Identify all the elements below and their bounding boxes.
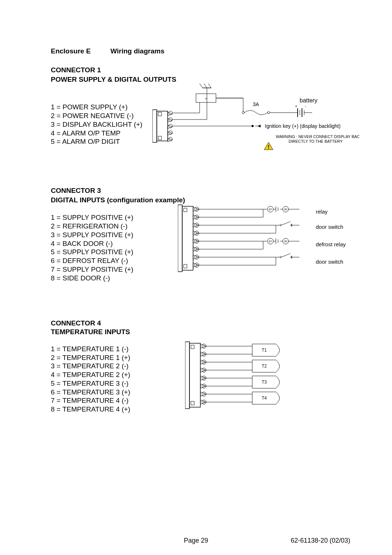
svg-rect-3 bbox=[158, 136, 162, 140]
svg-text:30: 30 bbox=[284, 240, 287, 243]
connector3-title1: CONNECTOR 3 bbox=[51, 186, 352, 195]
battery-icon: + - bbox=[295, 104, 306, 117]
section-connector-1: CONNECTOR 1 POWER SUPPLY & DIGITAL OUTPU… bbox=[51, 65, 352, 146]
svg-line-29 bbox=[208, 84, 211, 88]
svg-rect-0 bbox=[152, 110, 157, 142]
t1-label: T1 bbox=[262, 348, 267, 353]
door-switch-label: door switch bbox=[316, 224, 343, 230]
svg-rect-36 bbox=[184, 208, 187, 212]
svg-text:30: 30 bbox=[284, 208, 287, 211]
connector-pins-icon bbox=[168, 111, 172, 142]
section-connector-4: CONNECTOR 4 TEMPERATURE INPUTS 1 = TEMPE… bbox=[51, 319, 352, 414]
section-title: Wiring diagrams bbox=[110, 47, 164, 55]
svg-point-31 bbox=[252, 125, 254, 127]
warning-line2: DIRECTLY TO THE BATTERY bbox=[289, 139, 343, 143]
door-switch-icon bbox=[280, 254, 292, 259]
svg-rect-37 bbox=[184, 264, 187, 268]
relay-icon: 87 30 bbox=[268, 206, 289, 212]
plus-sign: + bbox=[295, 104, 297, 108]
door-switch-icon bbox=[280, 222, 292, 227]
warning-line1: WARNING : NEVER CONNECT DISPLAY BACKLIGH… bbox=[276, 134, 359, 139]
minus-sign: - bbox=[305, 104, 306, 108]
svg-rect-35 bbox=[182, 206, 193, 270]
svg-line-90 bbox=[281, 254, 290, 257]
page-number: Page 29 bbox=[184, 537, 208, 544]
svg-rect-34 bbox=[178, 205, 182, 272]
svg-rect-97 bbox=[191, 401, 194, 405]
defrost-relay-label: defrost relay bbox=[316, 241, 346, 247]
relay-label: relay bbox=[316, 208, 328, 215]
battery-label: battery bbox=[300, 97, 318, 104]
connector4-title2: TEMPERATURE INPUTS bbox=[51, 328, 352, 336]
heading-row: Enclosure E Wiring diagrams bbox=[51, 47, 352, 55]
connector1-title1: CONNECTOR 1 bbox=[51, 65, 352, 75]
t4-label: T4 bbox=[262, 396, 267, 401]
connector-pins-icon: 1 2 3 4 5 6 7 8 bbox=[200, 344, 206, 404]
connector4-diagram: 1 2 3 4 5 6 7 8 T1 T2 T3 T4 bbox=[185, 340, 309, 415]
svg-text:!: ! bbox=[268, 144, 270, 150]
svg-point-69 bbox=[280, 224, 281, 226]
defrost-relay-icon: 87 30 bbox=[268, 238, 289, 244]
svg-line-70 bbox=[281, 222, 290, 225]
svg-line-27 bbox=[200, 84, 203, 88]
t3-label: T3 bbox=[262, 380, 267, 385]
connector4-title1: CONNECTOR 4 bbox=[51, 319, 352, 328]
svg-point-17 bbox=[268, 112, 270, 114]
fuse-label: 3A bbox=[253, 101, 259, 107]
svg-line-28 bbox=[204, 84, 207, 88]
svg-text:87: 87 bbox=[269, 240, 272, 243]
enclosure-label: Enclosure E bbox=[51, 47, 91, 55]
t2-label: T2 bbox=[262, 364, 267, 369]
doc-id: 62-61138-20 (02/03) bbox=[291, 537, 350, 544]
svg-rect-94 bbox=[185, 342, 189, 409]
connector1-diagram: ∞ 3A + - battery bbox=[152, 84, 359, 156]
svg-rect-2 bbox=[158, 112, 162, 116]
ground-icon bbox=[200, 84, 211, 88]
connector1-title2: POWER SUPPLY & DIGITAL OUTPUTS bbox=[51, 75, 352, 84]
door-switch-label-2: door switch bbox=[316, 259, 343, 265]
ignition-label: Ignition key (+) (display backlight) bbox=[265, 123, 340, 129]
section-connector-3: CONNECTOR 3 DIGITAL INPUTS (configuratio… bbox=[51, 186, 352, 282]
svg-rect-95 bbox=[189, 343, 200, 407]
connector3-diagram: 1 2 3 4 5 6 7 8 87 30 relay bbox=[178, 203, 352, 279]
connector-pins-icon: 1 2 3 4 5 6 7 8 bbox=[193, 207, 199, 267]
svg-point-89 bbox=[280, 256, 281, 258]
svg-text:87: 87 bbox=[269, 208, 272, 211]
svg-rect-96 bbox=[191, 345, 194, 349]
warning-icon: ! bbox=[264, 142, 273, 150]
